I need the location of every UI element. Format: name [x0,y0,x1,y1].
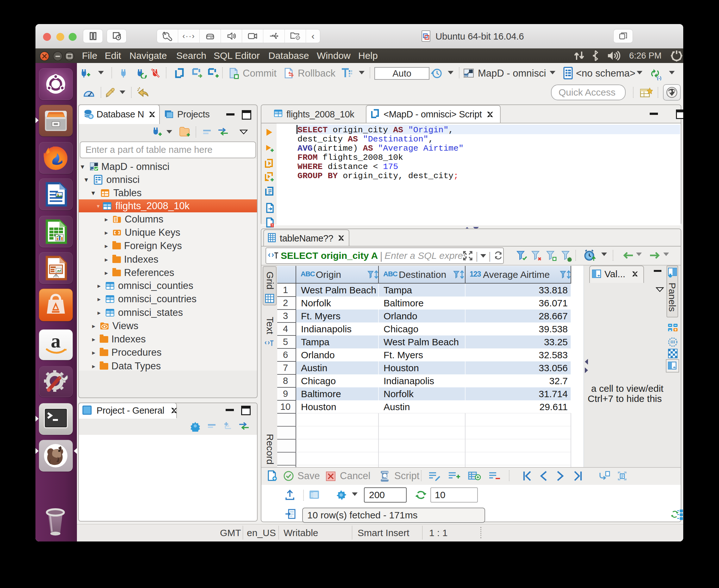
svg-text:(-): (-) [657,76,661,80]
svg-text:MAPD: MAPD [463,75,469,77]
svg-text:a: a [51,330,61,352]
